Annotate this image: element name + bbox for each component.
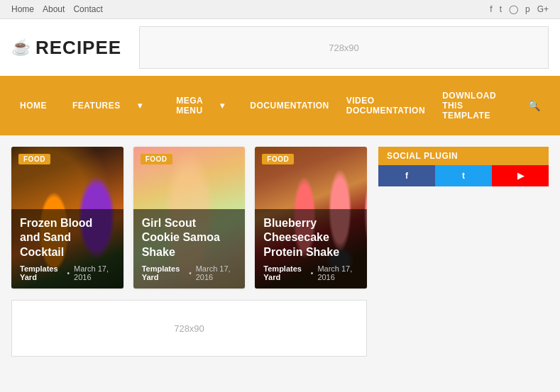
card-1-title: Frozen Blood and Sand Cocktail [20, 216, 115, 260]
nav-megamenu-label: MEGA MENU [168, 86, 212, 125]
card-2-date: March 17, 2016 [196, 264, 237, 281]
header: ☕ RECIPEE 728x90 [0, 19, 560, 76]
card-1[interactable]: FOOD Frozen Blood and Sand Cocktail Temp… [11, 147, 123, 289]
nav-features-label: FEATURES [64, 91, 129, 121]
card-3-image: FOOD Blueberry Cheesecake Protein Shake … [255, 147, 367, 289]
pinterest-icon[interactable]: p [525, 4, 530, 14]
card-2-author: Templates Yard [142, 264, 185, 281]
top-bar: Home About Contact f t ◯ p G+ [0, 0, 560, 19]
card-3-dot: • [311, 269, 314, 277]
header-ad-text: 728x90 [329, 43, 359, 53]
card-3[interactable]: FOOD Blueberry Cheesecake Protein Shake … [255, 147, 367, 289]
main-content: FOOD Frozen Blood and Sand Cocktail Temp… [11, 147, 367, 357]
nav-item-download[interactable]: DOWNLOAD THIS TEMPLATE [434, 81, 519, 130]
card-3-badge: FOOD [262, 154, 294, 164]
card-3-author: Templates Yard [263, 264, 307, 281]
facebook-button[interactable]: f [378, 165, 435, 186]
content-wrapper: FOOD Frozen Blood and Sand Cocktail Temp… [0, 135, 560, 368]
card-3-body: Blueberry Cheesecake Protein Shake Templ… [255, 209, 367, 289]
social-plugin-label: SOCIAL PLUGIN [387, 151, 458, 161]
cards-grid: FOOD Frozen Blood and Sand Cocktail Temp… [11, 147, 367, 289]
card-1-date: March 17, 2016 [74, 264, 115, 281]
card-2-title: Girl Scout Cookie Samoa Shake [142, 216, 237, 260]
card-1-badge: FOOD [18, 154, 50, 164]
card-1-dot: • [67, 269, 70, 277]
chevron-down-icon: ▾ [212, 91, 234, 121]
nav-about[interactable]: About [43, 4, 65, 14]
bottom-area: 728x90 [11, 300, 367, 357]
card-3-title: Blueberry Cheesecake Protein Shake [263, 216, 358, 260]
nav-item-features[interactable]: FEATURES ▾ [55, 81, 159, 130]
top-nav: Home About Contact [11, 4, 103, 14]
twitter-button[interactable]: t [435, 165, 492, 186]
instagram-icon[interactable]: ◯ [509, 4, 518, 14]
nav-home[interactable]: Home [11, 4, 34, 14]
header-ad-banner: 728x90 [139, 26, 549, 69]
card-3-date: March 17, 2016 [317, 264, 358, 281]
bottom-ad-banner: 728x90 [11, 300, 367, 357]
nav-item-home[interactable]: HOME [11, 91, 55, 121]
social-plugin-header: SOCIAL PLUGIN [378, 147, 549, 165]
logo-icon: ☕ [11, 38, 31, 57]
card-2-meta: Templates Yard • March 17, 2016 [142, 264, 237, 281]
card-2-badge: FOOD [141, 154, 172, 164]
nav-item-megamenu[interactable]: MEGA MENU ▾ [159, 76, 241, 135]
facebook-icon[interactable]: f [490, 4, 492, 14]
social-buttons: f t ▶ [378, 165, 549, 186]
card-1-author: Templates Yard [20, 264, 63, 281]
nav-contact[interactable]: Contact [73, 4, 102, 14]
card-1-image: FOOD Frozen Blood and Sand Cocktail Temp… [11, 147, 123, 289]
card-2[interactable]: FOOD Girl Scout Cookie Samoa Shake Templ… [133, 147, 246, 289]
search-icon[interactable]: 🔍 [520, 90, 549, 121]
youtube-button[interactable]: ▶ [492, 165, 549, 186]
googleplus-icon[interactable]: G+ [537, 4, 549, 14]
social-icons: f t ◯ p G+ [490, 4, 549, 14]
card-3-meta: Templates Yard • March 17, 2016 [263, 264, 358, 281]
nav-item-video-documentation[interactable]: VIDEO DOCUMENTATION [338, 86, 434, 125]
main-nav: HOME FEATURES ▾ MEGA MENU ▾ DOCUMENTATIO… [0, 76, 560, 135]
logo[interactable]: ☕ RECIPEE [11, 37, 125, 59]
nav-item-documentation[interactable]: DOCUMENTATION [241, 91, 337, 121]
logo-text: RECIPEE [35, 37, 121, 59]
card-1-meta: Templates Yard • March 17, 2016 [20, 264, 115, 281]
chevron-down-icon: ▾ [129, 91, 151, 121]
bottom-ad-text: 728x90 [174, 323, 204, 334]
sidebar: SOCIAL PLUGIN f t ▶ [378, 147, 549, 357]
card-2-body: Girl Scout Cookie Samoa Shake Templates … [133, 209, 246, 289]
twitter-icon[interactable]: t [500, 4, 502, 14]
card-1-body: Frozen Blood and Sand Cocktail Templates… [11, 209, 123, 289]
card-2-image: FOOD Girl Scout Cookie Samoa Shake Templ… [133, 147, 246, 289]
card-2-dot: • [189, 269, 192, 277]
